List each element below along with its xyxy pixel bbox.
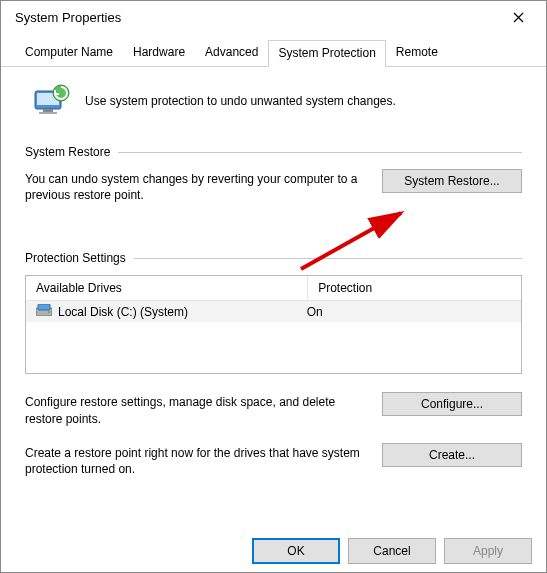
system-restore-heading-label: System Restore [25,145,110,159]
tab-computer-name[interactable]: Computer Name [15,39,123,66]
tab-system-protection[interactable]: System Protection [268,40,385,67]
system-restore-desc: You can undo system changes by reverting… [25,169,364,203]
tab-remote[interactable]: Remote [386,39,448,66]
system-restore-button[interactable]: System Restore... [382,169,522,193]
svg-rect-6 [38,304,50,310]
intro-row: Use system protection to undo unwanted s… [25,77,522,131]
apply-button[interactable]: Apply [444,538,532,564]
drives-header: Available Drives Protection [26,276,521,301]
window-title: System Properties [15,10,498,25]
configure-row: Configure restore settings, manage disk … [25,392,522,426]
drives-table: Available Drives Protection Local Disk (… [25,275,522,374]
col-protection[interactable]: Protection [308,276,521,301]
system-protection-icon [31,81,71,121]
close-icon [513,12,524,23]
tab-content: Use system protection to undo unwanted s… [1,67,546,487]
cancel-button[interactable]: Cancel [348,538,436,564]
col-available-drives[interactable]: Available Drives [26,276,308,301]
system-restore-row: You can undo system changes by reverting… [25,169,522,203]
tab-hardware[interactable]: Hardware [123,39,195,66]
protection-settings-heading-label: Protection Settings [25,251,126,265]
intro-text: Use system protection to undo unwanted s… [85,94,396,108]
create-row: Create a restore point right now for the… [25,443,522,477]
system-restore-heading: System Restore [25,145,522,159]
ok-button[interactable]: OK [252,538,340,564]
divider [118,152,522,153]
svg-rect-2 [43,109,53,112]
drives-body: Local Disk (C:) (System) On [26,301,521,373]
divider [134,258,522,259]
drive-icon [36,304,52,319]
protection-settings-heading: Protection Settings [25,251,522,265]
tab-advanced[interactable]: Advanced [195,39,268,66]
drive-name: Local Disk (C:) (System) [58,305,188,319]
svg-rect-3 [39,112,57,114]
drive-row[interactable]: Local Disk (C:) (System) On [26,301,521,322]
tab-strip: Computer Name Hardware Advanced System P… [1,39,546,67]
dialog-footer: OK Cancel Apply [1,538,546,564]
titlebar: System Properties [1,1,546,33]
create-button[interactable]: Create... [382,443,522,467]
configure-button[interactable]: Configure... [382,392,522,416]
configure-desc: Configure restore settings, manage disk … [25,392,364,426]
svg-point-7 [48,311,50,313]
close-button[interactable] [498,3,538,31]
drive-status: On [307,305,511,319]
create-desc: Create a restore point right now for the… [25,443,364,477]
